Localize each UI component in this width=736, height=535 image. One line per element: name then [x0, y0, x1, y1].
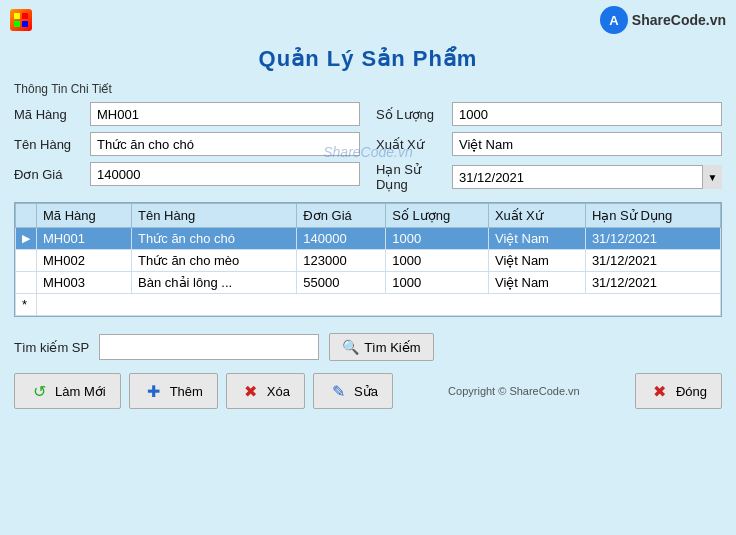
han-su-dung-input[interactable] — [452, 165, 722, 189]
row-indicator — [16, 272, 37, 294]
section-label: Thông Tin Chi Tiết — [14, 82, 722, 96]
col-dongia: Đơn Giá — [297, 204, 386, 228]
search-icon: 🔍 — [342, 339, 359, 355]
ten-hang-input[interactable] — [90, 132, 360, 156]
xoa-button[interactable]: ✖ Xóa — [226, 373, 305, 409]
data-table-wrapper: Mã Hàng Tên Hàng Đơn Giá Số Lượng Xuất X… — [14, 202, 722, 317]
cell-xuatxu: Việt Nam — [488, 228, 585, 250]
xuat-xu-input[interactable] — [452, 132, 722, 156]
title-bar: A ShareCode.vn — [0, 0, 736, 40]
form-row-mahang: Mã Hàng — [14, 102, 360, 126]
form-row-soluong: Số Lượng — [376, 102, 722, 126]
svg-rect-2 — [14, 21, 20, 27]
data-table: Mã Hàng Tên Hàng Đơn Giá Số Lượng Xuất X… — [15, 203, 721, 316]
add-icon: ✚ — [144, 381, 164, 401]
title-bar-left — [10, 9, 32, 31]
xuat-xu-label: Xuất Xứ — [376, 137, 444, 152]
form-section-right: Số Lượng Xuất Xứ Hạn Sử Dụng ▼ — [376, 102, 722, 192]
table-row[interactable]: ▶ MH001 Thức ăn cho chó 140000 1000 Việt… — [16, 228, 721, 250]
cell-dongia: 55000 — [297, 272, 386, 294]
col-hansudung: Hạn Sử Dụng — [585, 204, 720, 228]
han-su-dung-wrapper: ▼ — [452, 165, 722, 189]
cell-xuatxu: Việt Nam — [488, 272, 585, 294]
sua-button[interactable]: ✎ Sửa — [313, 373, 393, 409]
page-title: Quản Lý Sản Phẩm — [0, 40, 736, 82]
logo-area: A ShareCode.vn — [600, 6, 726, 34]
lam-moi-label: Làm Mới — [55, 384, 106, 399]
don-gia-label: Đơn Giá — [14, 167, 82, 182]
cell-soluong: 1000 — [386, 250, 489, 272]
cell-soluong: 1000 — [386, 272, 489, 294]
svg-rect-0 — [14, 13, 20, 19]
xoa-label: Xóa — [267, 384, 290, 399]
lam-moi-button[interactable]: ↺ Làm Mới — [14, 373, 121, 409]
table-row[interactable]: MH003 Bàn chải lông ... 55000 1000 Việt … — [16, 272, 721, 294]
cell-hansudung: 31/12/2021 — [585, 228, 720, 250]
delete-icon: ✖ — [241, 381, 261, 401]
footer-bar: ↺ Làm Mới ✚ Thêm ✖ Xóa ✎ Sửa Copyright ©… — [0, 369, 736, 413]
col-indicator — [16, 204, 37, 228]
cell-tenhang: Thức ăn cho chó — [132, 228, 297, 250]
logo-text: ShareCode.vn — [632, 12, 726, 28]
cell-mahang: MH002 — [37, 250, 132, 272]
close-icon: ✖ — [650, 381, 670, 401]
svg-rect-1 — [22, 13, 28, 19]
row-indicator — [16, 250, 37, 272]
sua-label: Sửa — [354, 384, 378, 399]
col-tenhang: Tên Hàng — [132, 204, 297, 228]
search-input[interactable] — [99, 334, 319, 360]
copyright-text: Copyright © ShareCode.vn — [401, 385, 627, 397]
them-button[interactable]: ✚ Thêm — [129, 373, 218, 409]
so-luong-label: Số Lượng — [376, 107, 444, 122]
cell-tenhang: Bàn chải lông ... — [132, 272, 297, 294]
app-icon — [10, 9, 32, 31]
content-area: Thông Tin Chi Tiết Mã Hàng Tên Hàng Đơn … — [0, 82, 736, 369]
refresh-icon: ↺ — [29, 381, 49, 401]
footer-buttons-left: ↺ Làm Mới ✚ Thêm ✖ Xóa ✎ Sửa — [14, 373, 393, 409]
table-row[interactable]: MH002 Thức ăn cho mèo 123000 1000 Việt N… — [16, 250, 721, 272]
don-gia-input[interactable] — [90, 162, 360, 186]
cell-dongia: 123000 — [297, 250, 386, 272]
search-button[interactable]: 🔍 Tìm Kiếm — [329, 333, 433, 361]
dong-label: Đóng — [676, 384, 707, 399]
cell-dongia: 140000 — [297, 228, 386, 250]
dong-button[interactable]: ✖ Đóng — [635, 373, 722, 409]
search-area: Tìm kiếm SP 🔍 Tìm Kiếm — [14, 327, 722, 369]
form-row-hansudung: Hạn Sử Dụng ▼ — [376, 162, 722, 192]
new-row-indicator: * — [16, 294, 37, 316]
cell-soluong: 1000 — [386, 228, 489, 250]
ma-hang-input[interactable] — [90, 102, 360, 126]
form-row-xuatxu: Xuất Xứ — [376, 132, 722, 156]
form-section-left: Mã Hàng Tên Hàng Đơn Giá — [14, 102, 360, 192]
date-picker-button[interactable]: ▼ — [702, 165, 722, 189]
col-soluong: Số Lượng — [386, 204, 489, 228]
cell-xuatxu: Việt Nam — [488, 250, 585, 272]
form-grid: Mã Hàng Tên Hàng Đơn Giá Số Lượng — [14, 102, 722, 192]
search-label: Tìm kiếm SP — [14, 340, 89, 355]
so-luong-input[interactable] — [452, 102, 722, 126]
col-mahang: Mã Hàng — [37, 204, 132, 228]
table-row-empty: * — [16, 294, 721, 316]
col-xuatxu: Xuất Xứ — [488, 204, 585, 228]
form-row-tenhang: Tên Hàng — [14, 132, 360, 156]
form-row-dongia: Đơn Giá — [14, 162, 360, 186]
svg-rect-3 — [22, 21, 28, 27]
edit-icon: ✎ — [328, 381, 348, 401]
footer-buttons-right: ✖ Đóng — [635, 373, 722, 409]
logo-circle: A — [600, 6, 628, 34]
ma-hang-label: Mã Hàng — [14, 107, 82, 122]
them-label: Thêm — [170, 384, 203, 399]
search-button-label: Tìm Kiếm — [364, 340, 420, 355]
table-header-row: Mã Hàng Tên Hàng Đơn Giá Số Lượng Xuất X… — [16, 204, 721, 228]
ten-hang-label: Tên Hàng — [14, 137, 82, 152]
cell-mahang: MH001 — [37, 228, 132, 250]
cell-hansudung: 31/12/2021 — [585, 272, 720, 294]
han-su-dung-label: Hạn Sử Dụng — [376, 162, 444, 192]
row-indicator: ▶ — [16, 228, 37, 250]
main-window: A ShareCode.vn Quản Lý Sản Phẩm Thông Ti… — [0, 0, 736, 535]
cell-tenhang: Thức ăn cho mèo — [132, 250, 297, 272]
cell-hansudung: 31/12/2021 — [585, 250, 720, 272]
cell-mahang: MH003 — [37, 272, 132, 294]
